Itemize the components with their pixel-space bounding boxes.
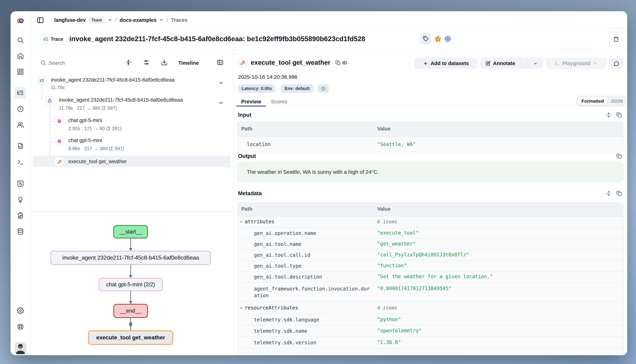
- gear-icon: [17, 307, 24, 314]
- metadata-row-clipped[interactable]: [238, 348, 623, 355]
- sidebar-item-evaluation[interactable]: [15, 178, 27, 190]
- sidebar-item-settings[interactable]: [15, 304, 27, 316]
- fold-vertical-icon: [125, 59, 132, 66]
- playground-label: Playground: [562, 60, 591, 66]
- tree-row-chat-span-2[interactable]: chat gpt-5-mini 8.86s217 → 380 (Σ 597): [33, 135, 231, 153]
- sidebar-item-search[interactable]: [15, 34, 27, 46]
- graph-node-execute-tool[interactable]: execute_tool get_weather: [88, 330, 173, 345]
- graph-divider: [30, 211, 234, 212]
- download-icon: [161, 59, 168, 66]
- app-window: langfuse-dev Team / docs-examples / Trac…: [11, 11, 627, 355]
- tree-item-tokens: 217 → 380 (Σ 597): [77, 106, 117, 111]
- tree-row-root-trace[interactable]: invoke_agent 232de211-7fcf-45c8-b415-6af…: [33, 74, 231, 93]
- timeline-toggle[interactable]: Timeline: [178, 59, 199, 67]
- app-logo[interactable]: [15, 15, 27, 27]
- breadcrumb-separator: /: [115, 16, 117, 24]
- graph-node-start[interactable]: __start__: [113, 225, 148, 238]
- tree-settings-button[interactable]: [143, 59, 150, 66]
- add-to-datasets-label: Add to datasets: [431, 60, 469, 66]
- metadata-group-row[interactable]: resourceAttributes 4 items: [238, 302, 623, 314]
- chevron-down-icon[interactable]: [239, 220, 243, 224]
- metadata-path: gen_ai.tool.description: [254, 274, 371, 280]
- copy-id-icon[interactable]: [335, 60, 341, 66]
- button-divider: [528, 59, 528, 68]
- metadata-row[interactable]: telemetry.sdk.name "opentelemetry": [238, 325, 623, 336]
- sidebar-item-sessions[interactable]: [15, 103, 27, 115]
- chevron-down-icon[interactable]: [218, 100, 224, 106]
- metadata-group-row[interactable]: attributes 6 items: [238, 216, 623, 228]
- collapse-panel-button[interactable]: [217, 59, 224, 66]
- copy-icon[interactable]: [616, 112, 622, 118]
- metadata-row[interactable]: telemetry.sdk.language "python": [238, 314, 623, 325]
- sidebar-item-tracing[interactable]: [15, 87, 27, 99]
- comments-button[interactable]: [609, 58, 623, 69]
- collapse-all-button[interactable]: [125, 59, 132, 66]
- clipboard-pen-icon: [17, 212, 24, 219]
- chevron-down-icon[interactable]: [108, 18, 112, 22]
- sidebar-item-dashboards[interactable]: [15, 66, 27, 78]
- metadata-path: telemetry.sdk.name: [254, 328, 371, 334]
- download-button[interactable]: [161, 59, 168, 66]
- graph-node-chat[interactable]: chat gpt-5-mini (2/2): [99, 278, 163, 291]
- tree-row-tool-span-selected[interactable]: execute_tool get_weather: [33, 156, 231, 167]
- delete-trace-button[interactable]: [609, 32, 623, 46]
- toggle-json[interactable]: JSON: [608, 97, 625, 105]
- metadata-row[interactable]: agent_framework.function.invocation.dura…: [238, 282, 623, 302]
- sidebar-item-playground[interactable]: [15, 156, 27, 168]
- sidebar-item-insights[interactable]: [15, 194, 27, 206]
- chevron-down-icon[interactable]: [218, 80, 224, 86]
- sidebar-item-support[interactable]: [15, 321, 27, 333]
- header-divider: [30, 28, 627, 29]
- user-avatar[interactable]: [15, 342, 27, 354]
- sidebar-item-home[interactable]: [15, 50, 27, 62]
- breadcrumb-section[interactable]: Traces: [171, 17, 187, 23]
- tags-button[interactable]: [420, 34, 431, 44]
- openai-icon: [55, 136, 64, 146]
- chevron-down-icon[interactable]: [159, 18, 164, 22]
- toggle-formatted[interactable]: Formatted: [578, 97, 607, 105]
- span-timestamp: 2025-10-16 14:20:36.996: [238, 74, 297, 80]
- breadcrumb-project[interactable]: docs-examples: [120, 17, 156, 23]
- tree-search-input[interactable]: [48, 58, 116, 68]
- metadata-row[interactable]: gen_ai.tool.call.id "call_PsylzxTpQh4i0O…: [238, 249, 623, 260]
- chevron-down-icon[interactable]: [533, 61, 538, 66]
- sidebar-item-users[interactable]: [15, 119, 27, 131]
- metadata-section-title: Metadata: [238, 190, 262, 196]
- id-label[interactable]: ID: [342, 60, 347, 66]
- tree-row-chat-span-1[interactable]: chat gpt-5-mini 2.92s171 → 90 (Σ 261): [33, 115, 231, 133]
- sidebar-toggle-button[interactable]: [36, 16, 45, 24]
- metadata-row[interactable]: telemetry.sdk.version "1.36.0": [238, 336, 623, 348]
- graph-node-invoke-agent[interactable]: invoke_agent 232de211-7fcf-45c8-b415-6af…: [50, 251, 211, 265]
- publish-globe-button[interactable]: [444, 35, 452, 42]
- unfold-icon[interactable]: [606, 112, 611, 118]
- breadcrumb-org[interactable]: langfuse-dev: [54, 17, 86, 23]
- tree-row-agent-span[interactable]: invoke_agent 232de211-7fcf-45c8-b415-6af…: [33, 94, 231, 113]
- lightbulb-icon: [17, 196, 24, 203]
- database-icon: [17, 228, 24, 235]
- metadata-row[interactable]: gen_ai.tool.name "get_weather": [238, 238, 623, 250]
- wrench-icon: [55, 157, 64, 166]
- bookmark-star-button[interactable]: [434, 35, 442, 42]
- copy-icon[interactable]: [616, 190, 622, 196]
- metadata-row[interactable]: gen_ai.tool.description "Get the weather…: [238, 271, 623, 282]
- metadata-value: "1.36.0": [377, 340, 401, 345]
- info-badge[interactable]: [318, 84, 329, 93]
- add-to-datasets-button[interactable]: Add to datasets: [414, 58, 478, 69]
- chevron-down-icon[interactable]: [239, 306, 243, 310]
- copy-icon[interactable]: [616, 153, 622, 159]
- sidebar-item-datasets[interactable]: [15, 226, 27, 238]
- metadata-row[interactable]: gen_ai.tool.type "function": [238, 260, 623, 272]
- unfold-icon[interactable]: [606, 190, 611, 196]
- active-tab-underline: [236, 106, 266, 106]
- tab-scores[interactable]: Scores: [266, 97, 292, 106]
- metadata-path: gen_ai.tool.name: [254, 241, 371, 248]
- input-row[interactable]: location "Seattle, WA": [238, 136, 623, 152]
- playground-button[interactable]: Playground: [546, 58, 606, 69]
- graph-node-end[interactable]: __end__: [113, 304, 148, 318]
- tab-preview[interactable]: Preview: [236, 97, 266, 106]
- metadata-value: "get_weather": [377, 241, 416, 246]
- annotate-split-button[interactable]: Annotate: [480, 58, 543, 69]
- sidebar-item-annotation-queues[interactable]: [15, 210, 27, 222]
- metadata-row[interactable]: gen_ai.operation.name "execute_tool": [238, 228, 623, 239]
- sidebar-item-prompts[interactable]: [15, 140, 27, 152]
